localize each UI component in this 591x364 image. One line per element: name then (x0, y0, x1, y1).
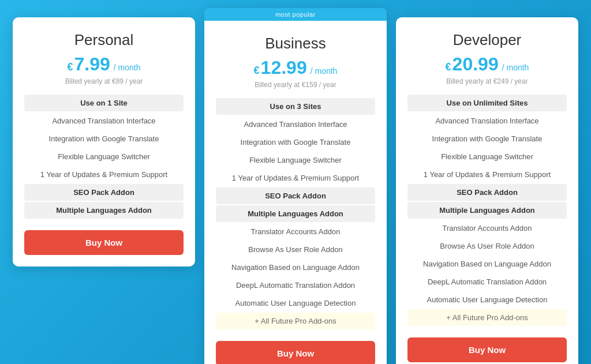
feature-item: + All Future Pro Add-ons (407, 309, 567, 326)
feature-item: Multiple Languages Addon (407, 202, 567, 219)
price-period: / month (311, 66, 338, 76)
price-row-business: € 12.99 / month (216, 57, 375, 78)
feature-item: Automatic User Language Detection (216, 295, 375, 312)
feature-item: Flexible Language Switcher (24, 148, 184, 165)
feature-item: Advanced Translation Interface (407, 112, 567, 129)
feature-item: DeepL Automatic Translation Addon (216, 277, 375, 294)
billed-yearly: Billed yearly at €89 / year (24, 77, 184, 85)
feature-item: Browse As User Role Addon (216, 241, 375, 258)
price-period: / month (114, 63, 141, 72)
price-currency: € (68, 61, 73, 73)
plan-name-personal: Personal (24, 31, 184, 49)
feature-item: SEO Pack Addon (407, 184, 567, 201)
buy-button-developer[interactable]: Buy Now (407, 337, 567, 362)
feature-item: Flexible Language Switcher (407, 148, 567, 165)
feature-item: Translator Accounts Addon (216, 223, 375, 240)
plan-card-personal: Personal € 7.99 / month Billed yearly at… (13, 17, 195, 267)
price-row-developer: € 20.99 / month (407, 54, 567, 75)
feature-item: Flexible Language Switcher (216, 152, 375, 168)
feature-item: Navigation Based on Language Addon (407, 256, 567, 272)
feature-item: DeepL Automatic Translation Addon (407, 273, 567, 290)
feature-item: Integration with Google Translate (407, 130, 567, 147)
feature-item: Advanced Translation Interface (216, 116, 375, 133)
feature-item: SEO Pack Addon (24, 184, 184, 201)
feature-item: Integration with Google Translate (216, 134, 375, 151)
plan-name-business: Business (216, 35, 375, 52)
feature-item: Use on 1 Site (24, 95, 184, 111)
plan-card-developer: Developer € 20.99 / month Billed yearly … (396, 17, 578, 364)
feature-item: Use on Unlimited Sites (407, 95, 567, 111)
feature-item: 1 Year of Updates & Premium Support (407, 166, 567, 183)
price-amount: 7.99 (74, 54, 110, 75)
plan-name-developer: Developer (407, 31, 567, 49)
feature-item: + All Future Pro Add-ons (216, 313, 375, 329)
billed-yearly: Billed yearly at €249 / year (407, 77, 567, 85)
price-period: / month (502, 63, 529, 72)
feature-item: Automatic User Language Detection (407, 291, 567, 308)
feature-item: Use on 3 Sites (216, 98, 375, 115)
features-list-business: Use on 3 SitesAdvanced Translation Inter… (216, 98, 375, 329)
feature-item: SEO Pack Addon (216, 187, 375, 204)
price-currency: € (254, 65, 260, 77)
billed-yearly: Billed yearly at €159 / year (216, 81, 375, 89)
feature-item: 1 Year of Updates & Premium Support (216, 170, 375, 186)
pricing-container: Personal € 7.99 / month Billed yearly at… (13, 17, 578, 364)
features-list-personal: Use on 1 SiteAdvanced Translation Interf… (24, 95, 184, 219)
feature-item: Integration with Google Translate (24, 130, 184, 147)
most-popular-badge: most popular (204, 8, 387, 21)
buy-button-business[interactable]: Buy Now (216, 341, 375, 364)
features-list-developer: Use on Unlimited SitesAdvanced Translati… (407, 95, 567, 326)
feature-item: Navigation Based on Language Addon (216, 259, 375, 276)
feature-item: 1 Year of Updates & Premium Support (24, 166, 184, 183)
buy-button-personal[interactable]: Buy Now (24, 230, 184, 255)
feature-item: Advanced Translation Interface (24, 112, 184, 129)
feature-item: Browse As User Role Addon (407, 238, 567, 254)
feature-item: Translator Accounts Addon (407, 220, 567, 237)
price-row-personal: € 7.99 / month (24, 54, 184, 75)
price-amount: 12.99 (261, 57, 307, 78)
feature-item: Multiple Languages Addon (216, 205, 375, 222)
plan-card-business: most popularBusiness € 12.99 / month Bil… (204, 8, 387, 364)
feature-item: Multiple Languages Addon (24, 202, 184, 219)
price-amount: 20.99 (452, 54, 499, 75)
price-currency: € (446, 61, 451, 73)
